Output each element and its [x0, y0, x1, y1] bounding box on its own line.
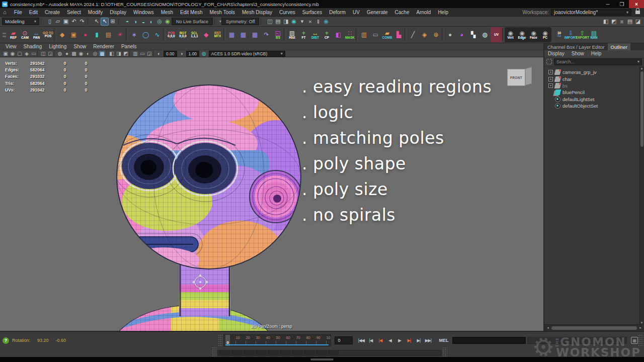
outliner-item[interactable]: + defaultObjectSet — [544, 103, 644, 109]
divide-ten-shelf-button[interactable]: 10 ÷× — [553, 27, 565, 42]
scroll-thumb[interactable] — [640, 71, 643, 147]
menu-item[interactable]: Edit Mesh — [177, 10, 206, 15]
vert-visibility-shelf-button[interactable]: ◉ Vert — [505, 27, 516, 42]
maximize-button[interactable]: ❐ — [615, 0, 629, 8]
menu-item[interactable]: Generate — [363, 10, 391, 15]
lattice-shelf-button[interactable]: ▭ — [370, 27, 381, 42]
range-slider[interactable] — [217, 350, 442, 356]
curve-tool-shelf-button[interactable]: ∿ — [151, 27, 163, 42]
bookmark-icon[interactable]: ◈ — [23, 51, 30, 56]
view-cube-front-face[interactable]: FRONT — [507, 69, 525, 86]
render-view-button[interactable]: ◫ — [266, 18, 274, 26]
isolate-select-icon[interactable]: ◧ — [108, 51, 115, 56]
outliner-item[interactable]: + defaultLightSet — [544, 96, 644, 103]
scroll-up-icon[interactable]: ▲ — [640, 67, 643, 70]
go-to-start-button[interactable]: |◀◀ — [356, 336, 366, 344]
wire-cube-shelf-button-3[interactable]: ▦ — [249, 27, 261, 42]
combine-shelf-button[interactable]: ▰ COMB — [381, 27, 393, 42]
poly-sphere-shelf-button[interactable]: ● — [79, 27, 91, 42]
panel-menu-item[interactable]: Panels — [118, 44, 140, 49]
pan-shelf-button[interactable]: ↔ PAN — [31, 27, 42, 42]
lock-camera-icon[interactable]: ◉ — [9, 51, 16, 56]
home-icon[interactable]: ⌂ — [3, 9, 7, 15]
outliner-item[interactable]: + cameras_grp_jv — [544, 69, 644, 75]
ref-shelf-button[interactable]: ▰ REF — [8, 27, 19, 42]
play-forward-button[interactable]: ▶ — [394, 336, 404, 344]
select-tool-button[interactable]: ↖ — [93, 18, 101, 26]
menu-item[interactable]: Display — [106, 10, 130, 15]
outliner-vertical-scrollbar[interactable]: ▲ ▼ — [639, 67, 644, 324]
occlusion-icon[interactable]: ◎ — [92, 51, 99, 56]
new-scene-button[interactable]: ▯ — [46, 18, 54, 26]
viewport-canvas[interactable]: Verts: 291042 0 0 Edges: 582064 0 0 — [0, 57, 543, 331]
panel-menu-item[interactable]: Renderer — [90, 44, 118, 49]
menu-item[interactable]: Mesh — [157, 10, 177, 15]
xray-joints-icon[interactable]: ◩ — [122, 51, 129, 56]
color-wheel-shelf-button[interactable]: ◕ — [456, 27, 467, 42]
help-icon[interactable]: ? — [3, 337, 9, 344]
play-backwards-button[interactable]: ◀ — [385, 336, 394, 344]
import-shelf-button[interactable]: ⇩ IMPORT — [565, 27, 577, 42]
panel-menu-item[interactable]: Lighting — [45, 44, 70, 49]
symmetry-field[interactable]: Symmetry: Off — [221, 18, 259, 25]
drag-handle[interactable] — [218, 334, 223, 346]
xray-icon[interactable]: ◨ — [115, 51, 122, 56]
mirror-shelf-button[interactable]: ◧ — [333, 27, 344, 42]
use-lights-icon[interactable]: ◉ — [77, 51, 85, 56]
menu-item[interactable]: File — [11, 10, 26, 15]
nan-shelf-button[interactable]: ▤ NAN — [588, 27, 600, 42]
pause-viewport-button[interactable]: ‖ — [314, 18, 322, 26]
poly-sun-shelf-button[interactable]: ☀ — [114, 27, 126, 42]
outliner-menu-item[interactable]: Display — [544, 51, 568, 56]
menu-item[interactable]: Select — [63, 10, 85, 15]
shadows-icon[interactable]: ◐ — [85, 51, 92, 56]
diamond-shelf-button[interactable]: ◈ — [419, 27, 430, 42]
command-line-input[interactable] — [452, 337, 526, 344]
channel-box-toggle[interactable]: ◪ — [634, 18, 642, 26]
view-cube-side-face[interactable] — [525, 67, 532, 85]
resolution-gate-icon[interactable]: ▭ — [139, 51, 146, 56]
jack-shelf-button[interactable]: ⊕ — [430, 27, 442, 42]
outliner-item[interactable]: + bluePencil — [544, 89, 644, 96]
scroll-thumb[interactable] — [551, 326, 637, 330]
poly-plane-shelf-button[interactable]: ◆ — [56, 27, 68, 42]
animation-preferences-icon[interactable]: ▦ — [631, 337, 638, 344]
reset-scale-shelf-button[interactable]: SCL 1,1,1 — [189, 27, 200, 42]
render-settings-button[interactable]: ◨ — [282, 18, 290, 26]
step-forward-key-button[interactable]: ▶| — [404, 336, 414, 344]
tool-settings-toggle[interactable]: ▤ — [626, 18, 634, 26]
shaded-mode-icon[interactable]: ● — [63, 51, 70, 56]
outliner-menu-item[interactable]: Show — [568, 51, 588, 56]
search-input[interactable]: Search... ▾ — [554, 58, 642, 65]
outliner-horizontal-scrollbar[interactable]: ◂ ▸ — [544, 324, 644, 331]
menu-item[interactable]: Modify — [85, 10, 106, 15]
drag-handle[interactable] — [638, 334, 643, 346]
nurbs-circle-shelf-button[interactable]: ◯ — [140, 27, 151, 42]
live-surface-field[interactable]: No Live Surface — [172, 18, 213, 25]
tab-channel-box[interactable]: Channel Box / Layer Editor — [544, 43, 608, 50]
expand-icon[interactable]: + — [548, 77, 553, 81]
modeling-toolkit-toggle[interactable]: ◧ — [602, 18, 610, 26]
ipr-render-button[interactable]: ▤ — [274, 18, 282, 26]
panel-menu-item[interactable]: Shading — [20, 44, 46, 49]
edge-visibility-shelf-button[interactable]: ◉ Edge — [516, 27, 528, 42]
zero-rotation-shelf-button[interactable]: ROT 0,0,0 — [177, 27, 189, 42]
step-forward-frame-button[interactable]: ▶| — [414, 336, 423, 344]
make-live-button[interactable]: ◉ — [164, 18, 172, 26]
uv-editor-shelf-button[interactable]: UV — [491, 27, 502, 42]
overscan-icon[interactable]: ◲ — [47, 51, 54, 56]
pencil-shelf-button[interactable]: ╱ — [407, 27, 419, 42]
panel-menu-item[interactable]: View — [2, 44, 20, 49]
move-tool-button[interactable]: ↖ — [101, 18, 109, 26]
step-back-frame-button[interactable]: |◀ — [366, 336, 375, 344]
uv-grid-shelf-button[interactable]: ◍ — [479, 27, 491, 42]
shelf-tab-switcher[interactable] — [1, 28, 8, 42]
freeze-transform-shelf-button[interactable]: + FT — [298, 27, 309, 42]
expand-icon[interactable]: + — [548, 70, 553, 74]
mask-shelf-button[interactable]: ∷ MASK — [344, 27, 356, 42]
undo-button[interactable]: ↶ — [70, 18, 78, 26]
distance-shelf-button[interactable]: ↔ DIST — [309, 27, 321, 42]
wire-cube-shelf-button-2[interactable]: ▦ — [237, 27, 249, 42]
box-stack-shelf-button[interactable]: ▥ — [358, 27, 370, 42]
cut-section-button[interactable]: × — [306, 18, 314, 26]
